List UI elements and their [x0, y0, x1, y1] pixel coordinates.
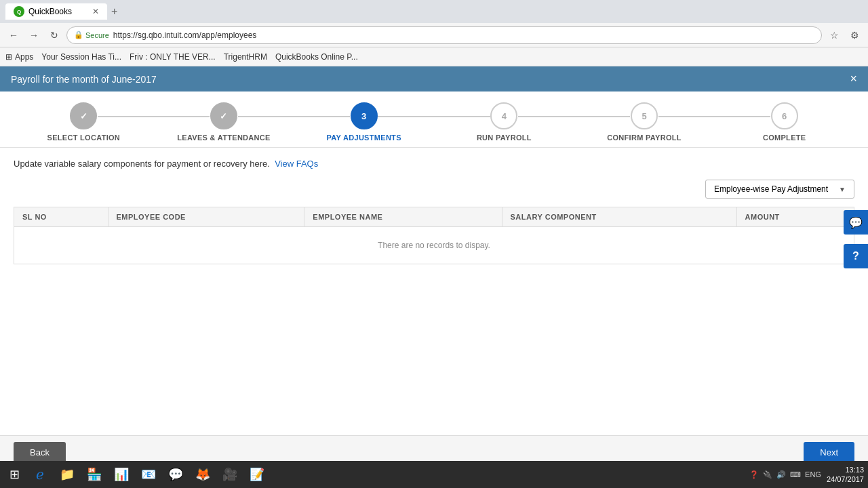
extensions-button[interactable]: ⚙	[846, 27, 863, 43]
volume-icon: 🔊	[776, 470, 786, 479]
no-records-text: There are no records to dispay.	[14, 227, 854, 264]
bookmarks-bar: ⊞ Apps Your Session Has Ti... Friv : ONL…	[0, 47, 868, 66]
url-text: https://sg.qbo.intuit.com/app/employees	[113, 30, 256, 40]
help-button[interactable]: ?	[844, 244, 868, 268]
taskbar-right: ❓ 🔌 🔊 ⌨ ENG 13:13 24/07/2017	[749, 465, 864, 485]
tab-close-button[interactable]: ✕	[92, 7, 99, 16]
col-amount: AMOUNT	[736, 207, 854, 227]
system-tray: ❓ 🔌 🔊 ⌨ ENG	[749, 470, 821, 479]
step-label-1: SELECT LOCATION	[47, 134, 121, 142]
step-leaves-attendance: ✓ LEAVES & ATTENDANCE	[154, 102, 294, 142]
content-area: Update variable salary components for pa…	[0, 148, 868, 435]
chat-icon: 💬	[849, 216, 863, 229]
step-label-4: RUN PAYROLL	[477, 134, 532, 142]
bookmark-trigent[interactable]: TrigentHRM	[224, 52, 267, 62]
taskbar-excel-icon[interactable]: 📊	[109, 462, 134, 487]
no-records-row: There are no records to dispay.	[14, 227, 854, 264]
taskbar-date-value: 24/07/2017	[827, 474, 864, 484]
col-slno: SL NO	[14, 207, 108, 227]
pay-adjustment-dropdown[interactable]: Employee-wise Pay Adjustment ▼	[705, 180, 854, 199]
toolbar: Employee-wise Pay Adjustment ▼	[14, 180, 854, 199]
new-tab-button[interactable]: +	[111, 5, 117, 18]
step-label-5: CONFIRM PAYROLL	[607, 134, 682, 142]
dropdown-arrow-icon: ▼	[839, 186, 846, 193]
browser-tab-bar: Q QuickBooks ✕ +	[0, 0, 868, 23]
keyboard-icon: ⌨	[790, 470, 801, 479]
step-circle-4: 4	[490, 102, 517, 129]
secure-badge: 🔒 Secure	[74, 30, 109, 39]
col-employee-name: EMPLOYEE NAME	[304, 207, 502, 227]
info-text: Update variable salary components for pa…	[14, 159, 854, 169]
table-header-row: SL NO EMPLOYEE CODE EMPLOYEE NAME SALARY…	[14, 207, 854, 227]
close-payroll-button[interactable]: ×	[850, 72, 857, 86]
step-circle-3: 3	[351, 102, 378, 129]
bookmark-friv[interactable]: Friv : ONLY THE VER...	[130, 52, 216, 62]
step-circle-1: ✓	[70, 102, 97, 129]
step-circle-6: 6	[771, 102, 798, 129]
payroll-header: Payroll for the month of June-2017 ×	[0, 66, 868, 92]
faq-link[interactable]: View FAQs	[275, 159, 318, 169]
bookmark-quickbooks[interactable]: QuickBooks Online P...	[275, 52, 358, 62]
taskbar-folder-icon[interactable]: 📁	[55, 462, 79, 487]
taskbar-firefox-icon[interactable]: 🦊	[191, 462, 215, 487]
app-container: Payroll for the month of June-2017 × ✓ S…	[0, 66, 868, 469]
forward-nav-button[interactable]: →	[26, 27, 42, 43]
col-employee-code: EMPLOYEE CODE	[108, 207, 304, 227]
question-tray-icon: ❓	[749, 470, 759, 479]
network-icon: 🔌	[763, 470, 772, 479]
next-button[interactable]: Next	[804, 442, 854, 463]
bookmark-session[interactable]: Your Session Has Ti...	[41, 52, 121, 62]
taskbar-app6-icon[interactable]: 🎥	[218, 462, 242, 487]
bookmark-button[interactable]: ☆	[826, 27, 842, 43]
payroll-title: Payroll for the month of June-2017	[11, 74, 157, 85]
taskbar-skype-icon[interactable]: 💬	[163, 462, 188, 487]
bookmark-apps[interactable]: ⊞ Apps	[5, 52, 33, 62]
browser-controls: ← → ↻ 🔒 Secure https://sg.qbo.intuit.com…	[0, 23, 868, 47]
taskbar-ie-icon[interactable]: ℯ	[28, 462, 52, 487]
taskbar: ⊞ ℯ 📁 🏪 📊 📧 💬 🦊 🎥 📝 ❓ 🔌 🔊 ⌨ ENG 13:13 24…	[0, 461, 868, 488]
reload-button[interactable]: ↻	[46, 27, 62, 43]
step-circle-2: ✓	[210, 102, 237, 129]
chat-button[interactable]: 💬	[844, 210, 868, 235]
taskbar-clock: 13:13 24/07/2017	[827, 465, 864, 485]
step-label-6: COMPLETE	[763, 134, 806, 142]
back-nav-button[interactable]: ←	[5, 27, 22, 43]
step-label-2: LEAVES & ATTENDANCE	[177, 134, 271, 142]
apps-icon: ⊞	[5, 52, 12, 62]
step-label-3: PAY ADJUSTMENTS	[327, 134, 401, 142]
col-salary-component: SALARY COMPONENT	[502, 207, 736, 227]
tab-favicon: Q	[14, 6, 24, 17]
lang-label: ENG	[805, 470, 821, 479]
back-button[interactable]: Back	[14, 442, 66, 463]
taskbar-time-value: 13:13	[827, 465, 864, 474]
help-icon: ?	[852, 250, 859, 262]
step-confirm-payroll: 5 CONFIRM PAYROLL	[574, 102, 715, 142]
step-circle-5: 5	[631, 102, 658, 129]
step-pay-adjustments: 3 PAY ADJUSTMENTS	[294, 102, 434, 142]
tab-title: QuickBooks	[28, 7, 72, 16]
step-complete: 6 COMPLETE	[714, 102, 854, 142]
taskbar-app7-icon[interactable]: 📝	[245, 462, 269, 487]
data-table: SL NO EMPLOYEE CODE EMPLOYEE NAME SALARY…	[14, 207, 854, 264]
step-select-location: ✓ SELECT LOCATION	[14, 102, 154, 142]
taskbar-store-icon[interactable]: 🏪	[82, 462, 106, 487]
address-bar[interactable]: 🔒 Secure https://sg.qbo.intuit.com/app/e…	[66, 26, 822, 44]
active-tab[interactable]: Q QuickBooks ✕	[5, 3, 107, 20]
start-button[interactable]: ⊞	[4, 464, 25, 485]
step-run-payroll: 4 RUN PAYROLL	[434, 102, 574, 142]
taskbar-outlook-icon[interactable]: 📧	[136, 462, 161, 487]
stepper: ✓ SELECT LOCATION ✓ LEAVES & ATTENDANCE …	[0, 92, 868, 148]
